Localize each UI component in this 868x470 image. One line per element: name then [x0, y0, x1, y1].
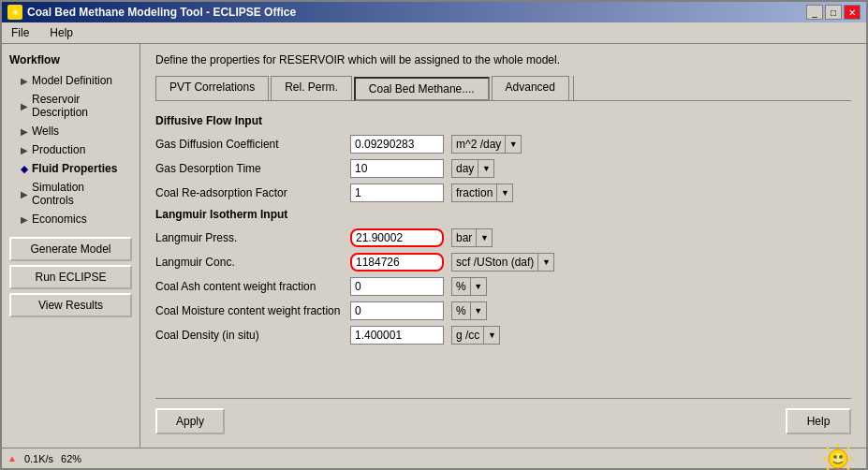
- coal-moisture-row: Coal Moisture content weight fraction % …: [155, 301, 851, 320]
- generate-model-button[interactable]: Generate Model: [9, 237, 132, 261]
- langmuir-press-input[interactable]: [350, 228, 444, 247]
- tab-advanced[interactable]: Advanced: [492, 76, 569, 100]
- svg-line-9: [827, 467, 830, 470]
- langmuir-conc-row: Langmuir Conc. scf /USton (daf) ▼: [155, 253, 851, 272]
- gas-diffusion-unit: m^2 /day ▼: [451, 135, 522, 154]
- sidebar-item-label: Production: [32, 143, 85, 156]
- sidebar-item-fluid-properties[interactable]: ◆ Fluid Properties: [6, 160, 136, 177]
- sidebar-item-simulation-controls[interactable]: ▶ Simulation Controls: [6, 179, 136, 209]
- coal-readsorption-unit-text: fraction: [451, 184, 496, 202]
- arrow-icon: ▶: [21, 126, 28, 137]
- run-eclipse-button[interactable]: Run ECLIPSE: [9, 265, 132, 289]
- status-bar: ▲ 0.1K/s 62%: [2, 448, 866, 468]
- coal-readsorption-input[interactable]: [350, 184, 444, 202]
- coal-moisture-unit-arrow[interactable]: ▼: [470, 301, 487, 320]
- coal-moisture-input[interactable]: [350, 301, 444, 320]
- coal-readsorption-unit-arrow[interactable]: ▼: [496, 184, 513, 202]
- sidebar: Workflow ▶ Model Definition ▶ Reservoir …: [2, 44, 140, 448]
- sidebar-item-economics[interactable]: ▶ Economics: [6, 211, 136, 228]
- minimize-button[interactable]: _: [806, 5, 823, 20]
- langmuir-conc-label: Langmuir Conc.: [155, 256, 343, 269]
- coal-density-label: Coal Density (in situ): [155, 329, 343, 342]
- main-content: Workflow ▶ Model Definition ▶ Reservoir …: [2, 44, 866, 448]
- gas-desorption-row: Gas Desorption Time day ▼: [155, 159, 851, 178]
- help-button[interactable]: Help: [786, 408, 851, 434]
- arrow-icon: ▶: [21, 101, 28, 111]
- coal-ash-unit-arrow[interactable]: ▼: [470, 277, 487, 296]
- langmuir-conc-unit: scf /USton (daf) ▼: [451, 253, 554, 272]
- sun-decoration: [819, 440, 857, 471]
- coal-ash-label: Coal Ash content weight fraction: [155, 280, 343, 293]
- langmuir-conc-input[interactable]: [350, 253, 444, 272]
- coal-readsorption-unit: fraction ▼: [451, 184, 513, 202]
- apply-button[interactable]: Apply: [155, 408, 225, 434]
- sidebar-item-reservoir-description[interactable]: ▶ Reservoir Description: [6, 91, 136, 121]
- coal-ash-unit: % ▼: [451, 277, 487, 296]
- coal-density-unit: g /cc ▼: [451, 326, 500, 345]
- gas-diffusion-unit-arrow[interactable]: ▼: [505, 135, 522, 154]
- sidebar-item-label: Fluid Properties: [32, 162, 117, 175]
- coal-ash-input[interactable]: [350, 277, 444, 296]
- sidebar-item-label: Wells: [32, 125, 59, 138]
- gas-diffusion-label: Gas Diffusion Coefficient: [155, 138, 343, 151]
- gas-desorption-input[interactable]: [350, 159, 444, 178]
- menu-file[interactable]: File: [6, 24, 35, 41]
- status-value1: 0.1K/s: [24, 453, 53, 464]
- view-results-button[interactable]: View Results: [9, 293, 132, 317]
- restore-button[interactable]: □: [825, 5, 842, 20]
- coal-ash-unit-text: %: [451, 277, 470, 296]
- main-window: ☀ Coal Bed Methane Modeling Tool - ECLIP…: [0, 0, 868, 470]
- tab-pvt[interactable]: PVT Correlations: [155, 76, 269, 100]
- tab-rel-perm[interactable]: Rel. Perm.: [271, 76, 352, 100]
- coal-density-unit-arrow[interactable]: ▼: [483, 326, 500, 345]
- coal-density-input[interactable]: [350, 326, 444, 345]
- tab-coal-bed[interactable]: Coal Bed Methane....: [354, 77, 490, 101]
- menu-bar: File Help: [2, 22, 866, 44]
- langmuir-press-unit-arrow[interactable]: ▼: [476, 228, 493, 247]
- window-title: Coal Bed Methane Modeling Tool - ECLIPSE…: [27, 6, 296, 19]
- gas-desorption-label: Gas Desorption Time: [155, 162, 343, 175]
- sidebar-action-buttons: Generate Model Run ECLIPSE View Results: [6, 237, 136, 317]
- svg-line-8: [846, 448, 849, 450]
- langmuir-title: Langmuir Isotherm Input: [155, 208, 851, 221]
- diamond-icon: ◆: [21, 164, 28, 174]
- arrow-icon: ▶: [21, 189, 28, 199]
- svg-line-7: [846, 467, 849, 470]
- langmuir-press-unit: bar ▼: [451, 228, 493, 247]
- window-controls: _ □ ✕: [806, 5, 861, 20]
- arrow-icon: ▶: [21, 76, 28, 86]
- sidebar-item-label: Reservoir Description: [32, 93, 128, 119]
- title-bar: ☀ Coal Bed Methane Modeling Tool - ECLIP…: [2, 2, 866, 22]
- diffusive-flow-title: Diffusive Flow Input: [155, 114, 851, 127]
- coal-moisture-label: Coal Moisture content weight fraction: [155, 304, 343, 317]
- gas-diffusion-input[interactable]: [350, 135, 444, 154]
- svg-point-11: [839, 455, 843, 459]
- description-text: Define the properties for RESERVOIR whic…: [155, 53, 851, 66]
- langmuir-conc-unit-arrow[interactable]: ▼: [537, 253, 554, 272]
- svg-line-6: [827, 448, 830, 450]
- langmuir-press-row: Langmuir Press. bar ▼: [155, 228, 851, 247]
- app-icon: ☀: [7, 5, 22, 20]
- coal-readsorption-row: Coal Re-adsorption Factor fraction ▼: [155, 184, 851, 202]
- sidebar-item-wells[interactable]: ▶ Wells: [6, 123, 136, 140]
- gas-diffusion-row: Gas Diffusion Coefficient m^2 /day ▼: [155, 135, 851, 154]
- coal-moisture-unit: % ▼: [451, 301, 487, 320]
- tab-content: Diffusive Flow Input Gas Diffusion Coeff…: [155, 110, 851, 398]
- tab-separator: [573, 76, 574, 100]
- svg-point-10: [833, 455, 837, 459]
- sidebar-item-label: Simulation Controls: [32, 181, 128, 207]
- arrow-icon: ▶: [21, 145, 28, 155]
- sidebar-item-label: Economics: [32, 213, 87, 226]
- langmuir-press-label: Langmuir Press.: [155, 231, 343, 244]
- workflow-label: Workflow: [6, 51, 136, 68]
- status-percent: 62%: [61, 453, 81, 464]
- coal-ash-row: Coal Ash content weight fraction % ▼: [155, 277, 851, 296]
- close-button[interactable]: ✕: [844, 5, 861, 20]
- gas-desorption-unit: day ▼: [451, 159, 494, 178]
- langmuir-press-unit-text: bar: [451, 228, 476, 247]
- gas-desorption-unit-arrow[interactable]: ▼: [478, 159, 494, 178]
- sidebar-item-model-definition[interactable]: ▶ Model Definition: [6, 72, 136, 89]
- tab-bar: PVT Correlations Rel. Perm. Coal Bed Met…: [155, 76, 851, 101]
- menu-help[interactable]: Help: [44, 24, 79, 41]
- sidebar-item-production[interactable]: ▶ Production: [6, 141, 136, 158]
